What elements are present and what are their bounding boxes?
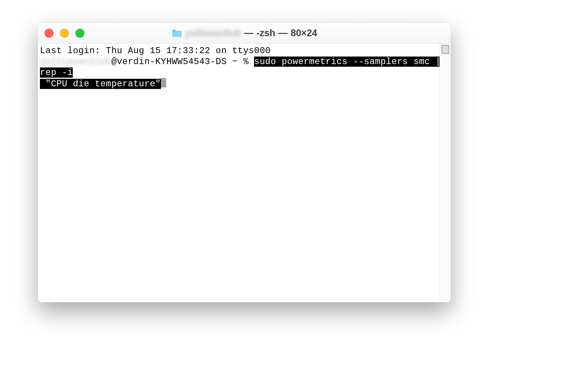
vertical-scrollbar[interactable] <box>439 44 451 302</box>
close-button[interactable] <box>44 29 54 38</box>
title-separator: — <box>278 28 288 38</box>
folder-icon <box>172 29 182 37</box>
terminal-window: yuliiasavliuk — -zsh — 80×24 Last login:… <box>38 23 451 302</box>
prompt-host: @verdin-KYHWW54543-DS ~ % <box>111 57 254 67</box>
title-dimensions: 80×24 <box>291 28 317 38</box>
window-titlebar[interactable]: yuliiasavliuk — -zsh — 80×24 <box>38 23 451 44</box>
minimize-button[interactable] <box>60 29 69 38</box>
terminal-content[interactable]: Last login: Thu Aug 15 17:33:22 on ttys0… <box>38 44 451 302</box>
title-username: yuliiasavliuk <box>185 28 241 38</box>
title-separator: — <box>244 28 253 38</box>
scrollbar-thumb[interactable] <box>441 45 449 54</box>
last-login-line: Last login: Thu Aug 15 17:33:22 on ttys0… <box>40 45 449 56</box>
maximize-button[interactable] <box>75 29 84 38</box>
prompt-username: yuliiasavliuk <box>40 57 111 67</box>
cursor <box>161 78 166 87</box>
traffic-lights <box>44 29 84 38</box>
title-shell: -zsh <box>256 28 275 38</box>
window-title: yuliiasavliuk — -zsh — 80×24 <box>172 28 317 38</box>
command-highlighted-2: "CPU die temperature" <box>40 79 161 89</box>
